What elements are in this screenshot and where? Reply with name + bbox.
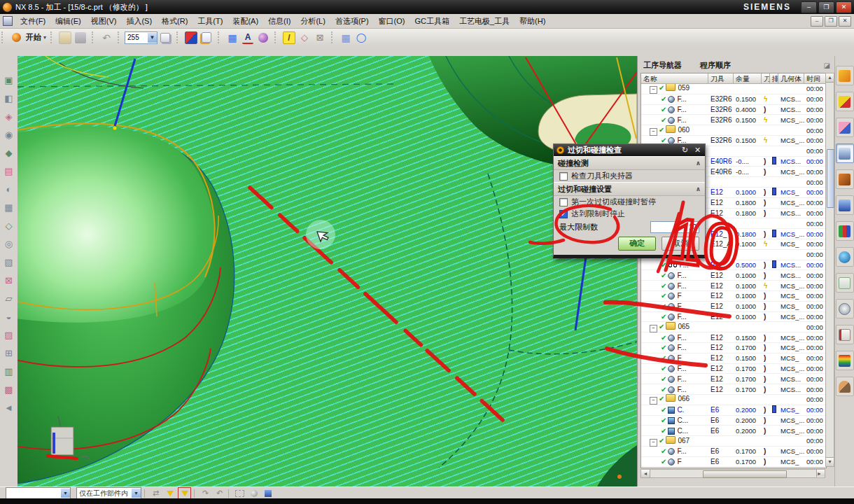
assembly-constraint-button[interactable]	[256, 31, 270, 45]
vertical-scroll-thumb[interactable]	[827, 149, 834, 208]
close-button[interactable]: ✕	[836, 1, 852, 13]
operation-navigator-button[interactable]	[836, 144, 854, 163]
save-button[interactable]	[74, 31, 88, 45]
render-style-button[interactable]: ▨	[1, 328, 16, 342]
path-grid-button[interactable]	[339, 31, 353, 45]
operation-row[interactable]: ✔F...E120.1500)MCS_...00:00	[641, 332, 826, 343]
toolbar-group-handle[interactable]	[50, 31, 54, 43]
menu-item-7[interactable]: 信息(I)	[263, 15, 295, 28]
toolbar-group-handle[interactable]	[331, 31, 335, 43]
cancel-button[interactable]: 取消	[662, 237, 699, 251]
operation-row[interactable]: ✔F...E32R60.1500ϟMCS...00:00	[641, 94, 826, 105]
tree-collapse-icon[interactable]: −	[650, 128, 657, 136]
operation-row[interactable]: ✔F...E120.1000)MCS...00:00	[641, 270, 826, 281]
operation-row[interactable]: ✔C...E60.2000)MCS_...00:00	[641, 416, 826, 426]
group-row[interactable]: −✔05900:00	[641, 84, 826, 94]
toolbar-group-handle[interactable]	[1, 31, 5, 43]
selection-scope-combo[interactable]: 仅在工作部件内 ▼	[76, 487, 141, 499]
wcs-display-button[interactable]	[225, 31, 239, 45]
csys-orient-button[interactable]: ▦	[1, 200, 16, 215]
menu-item-10[interactable]: 窗口(O)	[374, 15, 410, 28]
collapse-arrow-icon[interactable]: ∧	[696, 160, 701, 167]
max-limit-input[interactable]	[650, 221, 699, 233]
column-header-2[interactable]: 余量	[734, 74, 762, 84]
dialog-title-bar[interactable]: 过切和碰撞检查 ↻ ✕	[554, 144, 705, 156]
operation-row[interactable]: ✔F...E120.1700)MCS...00:00	[641, 374, 826, 384]
display-object-button[interactable]	[184, 31, 198, 45]
panel-pin-icon[interactable]: ◪	[824, 62, 830, 69]
web-browser-button[interactable]	[836, 247, 854, 267]
path-circle-button[interactable]	[354, 31, 368, 45]
mdi-minimize-button[interactable]: –	[811, 16, 823, 27]
checkbox-row[interactable]: ✓ 达到限制时停止	[554, 208, 705, 220]
toolbar-group-handle[interactable]	[218, 31, 221, 43]
menu-item-13[interactable]: 帮助(H)	[514, 15, 550, 28]
checkbox-unchecked[interactable]	[559, 172, 568, 181]
chevron-down-icon[interactable]: ▼	[132, 489, 141, 498]
chevron-down-icon[interactable]: ▼	[148, 33, 157, 43]
menu-item-9[interactable]: 首选项(P)	[330, 15, 374, 28]
rotate-view-button[interactable]: ◧	[1, 91, 16, 106]
dialog-reset-icon[interactable]: ↻	[680, 146, 690, 155]
move-object-button[interactable]: ⊞	[1, 346, 16, 360]
nx-start-button[interactable]: 开始▾	[9, 31, 46, 45]
tool-palette-button[interactable]	[836, 221, 854, 241]
sphere-select-icon[interactable]	[248, 488, 260, 498]
sketch-trim-button[interactable]	[313, 31, 327, 45]
machine-tool-navigator-button[interactable]	[836, 169, 854, 189]
menu-item-11[interactable]: GC工具箱	[410, 15, 454, 28]
menu-item-6[interactable]: 装配(A)	[227, 15, 263, 28]
operation-row[interactable]: ✔F...E32R60.1500ϟMCS_...00:00	[641, 115, 826, 125]
maximize-button[interactable]: ❐	[818, 1, 834, 13]
scroll-right-arrow[interactable]: ►	[816, 470, 825, 477]
studio-view-button[interactable]: ◉	[1, 127, 16, 142]
mdi-restore-button[interactable]: ❐	[825, 16, 837, 27]
part-navigator-button[interactable]	[836, 118, 854, 137]
minimize-button[interactable]: –	[801, 1, 817, 13]
toolbar-group-handle[interactable]	[92, 31, 95, 43]
operation-row[interactable]: ✔F...E120.1000ϟMCS_...00:00	[641, 281, 826, 291]
column-header-6[interactable]: 时间	[804, 74, 826, 84]
operation-row[interactable]: ✔F...E120.1000)MCS_...00:00	[641, 312, 826, 323]
column-header-3[interactable]: 刀	[762, 74, 770, 84]
show-and-hide-button[interactable]: ⊠	[1, 273, 16, 288]
column-header-4[interactable]: 排	[770, 74, 778, 84]
select-arc-icon[interactable]: ↷	[200, 488, 211, 498]
section-edit-button[interactable]: ▱	[1, 291, 16, 306]
display-pages-button[interactable]	[200, 31, 214, 45]
selection-filter-icon[interactable]	[164, 488, 176, 498]
roles-button[interactable]	[836, 377, 854, 396]
layer-combo[interactable]: 255▼	[125, 31, 158, 44]
group-row[interactable]: −✔06700:00	[641, 436, 826, 447]
dialog-close-icon[interactable]: ✕	[692, 146, 703, 155]
menu-item-1[interactable]: 编辑(E)	[50, 15, 86, 28]
rectangle-select-icon[interactable]	[234, 488, 246, 498]
tree-collapse-icon[interactable]: −	[650, 325, 657, 332]
snap-toggle-icon[interactable]: ⇄	[150, 488, 162, 498]
gap-check-button[interactable]: ▤	[1, 164, 16, 178]
operation-row[interactable]: ✔F...E120.1700)MCS...00:00	[641, 384, 826, 395]
chevron-down-icon[interactable]: ▼	[61, 489, 70, 498]
layer-category-button[interactable]	[158, 31, 172, 45]
operation-row[interactable]: ✔C.E60.2000)MCS_00:00	[641, 405, 826, 416]
history-button[interactable]	[836, 273, 854, 293]
scroll-down-arrow[interactable]: ▼	[826, 457, 834, 466]
palette-button[interactable]	[836, 325, 854, 344]
column-header-1[interactable]: 刀具	[708, 74, 734, 84]
horizontal-scrollbar[interactable]: ◄ ►	[640, 469, 825, 478]
face-analysis-button[interactable]: ◆	[1, 146, 16, 160]
collapse-strip-button[interactable]: ◄	[1, 400, 16, 415]
select-curve-icon[interactable]: ↶	[214, 488, 225, 498]
toolbar-group-handle[interactable]	[118, 31, 121, 43]
checkbox-unchecked[interactable]	[559, 198, 568, 206]
menu-item-3[interactable]: 插入(S)	[121, 15, 157, 28]
menu-item-0[interactable]: 文件(F)	[15, 15, 50, 28]
annotation-style-button[interactable]	[241, 31, 255, 45]
tree-collapse-icon[interactable]: −	[650, 397, 657, 405]
scroll-up-arrow[interactable]: ▲	[826, 74, 834, 83]
operation-row[interactable]: ✔F...E120.5000)MCS...00:00	[641, 260, 826, 271]
selection-type-combo[interactable]: ▼	[6, 487, 71, 499]
group-row[interactable]: −✔06600:00	[641, 395, 826, 405]
open-button[interactable]	[58, 31, 72, 45]
menu-item-8[interactable]: 分析(L)	[295, 15, 330, 28]
